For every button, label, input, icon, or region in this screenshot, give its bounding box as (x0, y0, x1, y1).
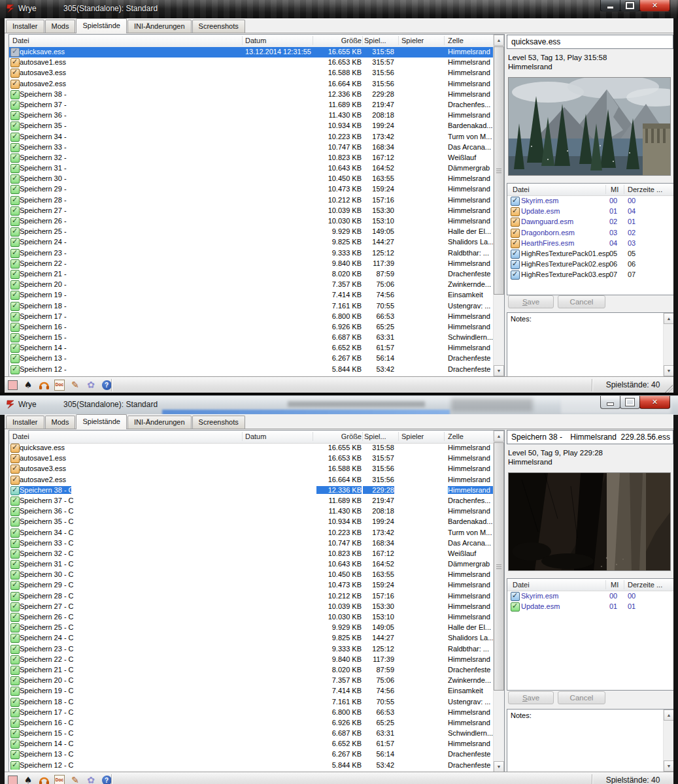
column-header-spielzeit[interactable]: Spiel... (364, 433, 386, 440)
tab-mods[interactable]: Mods (45, 20, 76, 33)
save-row[interactable]: Speichern 12 - C5.844 KB53:42Drachenfest… (9, 760, 493, 770)
save-checkbox-icon[interactable] (10, 454, 20, 463)
save-checkbox-icon[interactable] (10, 48, 20, 57)
settings-icon[interactable]: ✿ (84, 774, 97, 784)
save-row[interactable]: autosave2.ess16.664 KB315:56Himmelsrand (9, 475, 493, 485)
save-checkbox-icon[interactable] (10, 154, 20, 163)
save-checkbox-icon[interactable] (10, 465, 20, 474)
save-row[interactable]: autosave1.ess16.653 KB315:57Himmelsrand (9, 57, 493, 68)
audio-icon[interactable] (37, 774, 50, 784)
save-row[interactable]: Speichern 23 - C9.333 KB125:12Raldbthar:… (9, 644, 493, 655)
save-row[interactable]: Speichern 26 - C10.030 KB153:10Himmelsra… (9, 612, 493, 623)
save-row[interactable]: autosave1.ess16.653 KB315:57Himmelsrand (9, 453, 493, 464)
master-row[interactable]: HighResTexturePack02.esp0606 (507, 259, 673, 270)
tab-installer[interactable]: Installer (6, 20, 44, 33)
master-row[interactable]: Dragonborn.esm0302 (507, 228, 673, 238)
master-checkbox-icon[interactable] (511, 197, 520, 206)
save-row[interactable]: autosave3.ess16.588 KB315:56Himmelsrand (9, 464, 493, 474)
save-row[interactable]: Speichern 19 -7.414 KB74:56Einsamkeit (9, 290, 493, 301)
scroll-thumb[interactable] (494, 442, 504, 691)
masters-column-datei[interactable]: Datei (513, 581, 530, 589)
save-checkbox-icon[interactable] (10, 69, 20, 78)
save-checkbox-icon[interactable] (10, 666, 20, 675)
save-row[interactable]: Speichern 25 - C9.929 KB149:05Halle der … (9, 623, 493, 633)
save-checkbox-icon[interactable] (10, 676, 20, 685)
scroll-down-icon[interactable]: ▼ (494, 365, 504, 376)
save-checkbox-icon[interactable] (10, 592, 20, 601)
edit-icon[interactable]: ✎ (69, 379, 82, 391)
save-checkbox-icon[interactable] (10, 444, 20, 453)
save-checkbox-icon[interactable] (10, 333, 20, 342)
save-row[interactable]: Speichern 27 - C10.039 KB153:30Himmelsra… (9, 602, 493, 612)
column-header-datei[interactable]: Datei (12, 433, 29, 440)
masters-column-mi[interactable]: MI (611, 186, 619, 193)
master-checkbox-icon[interactable] (511, 602, 520, 612)
notes-scrollbar[interactable]: ▲ ▼ (663, 710, 673, 772)
save-checkbox-icon[interactable] (10, 719, 20, 728)
tab-mods[interactable]: Mods (45, 416, 76, 429)
save-checkbox-icon[interactable] (10, 708, 20, 717)
mod-checkbox-icon[interactable] (6, 379, 19, 391)
save-row[interactable]: Speichern 34 -10.223 KB173:42Turm von M.… (9, 132, 493, 142)
save-row[interactable]: Speichern 21 -8.020 KB87:59Drachenfeste (9, 269, 493, 280)
save-row[interactable]: Speichern 32 - C10.823 KB167:12Weißlauf (9, 549, 493, 559)
save-row[interactable]: quicksave.ess16.655 KB315:58Himmelsrand (9, 443, 493, 453)
save-checkbox-icon[interactable] (10, 90, 20, 99)
save-row[interactable]: Speichern 17 -6.800 KB66:53Himmelsrand (9, 312, 493, 322)
obse-icon[interactable]: ♠ (22, 774, 35, 784)
master-row[interactable]: Skyrim.esm0000 (507, 591, 673, 602)
save-row[interactable]: Speichern 12 -5.844 KB53:42Drachenfeste (9, 365, 493, 375)
save-row[interactable]: Speichern 31 -10.643 KB164:52Dämmergrab (9, 163, 493, 174)
save-row[interactable]: Speichern 31 - C10.643 KB164:52Dämmergra… (9, 559, 493, 570)
save-row[interactable]: Speichern 23 -9.333 KB125:12Raldbthar: .… (9, 248, 493, 259)
save-row[interactable]: Speichern 16 - C6.926 KB65:25Himmelsrand (9, 718, 493, 728)
save-checkbox-icon[interactable] (10, 133, 20, 142)
save-row[interactable]: Speichern 33 - C10.747 KB168:34Das Arcan… (9, 538, 493, 549)
save-checkbox-icon[interactable] (10, 570, 20, 580)
tab-spielst-nde[interactable]: Spielstände (76, 414, 127, 429)
save-row[interactable]: Speichern 24 -9.825 KB144:27Shalidors La… (9, 237, 493, 248)
save-row[interactable]: Speichern 30 - C10.450 KB163:55Himmelsra… (9, 570, 493, 580)
save-checkbox-icon[interactable] (10, 740, 20, 749)
save-row[interactable]: autosave2.ess16.664 KB315:56Himmelsrand (9, 79, 493, 90)
save-checkbox-icon[interactable] (10, 476, 20, 485)
save-row[interactable]: Speichern 14 -6.652 KB61:57Himmelsrand (9, 343, 493, 353)
saves-list-header[interactable]: Datei Datum Größe Spiel... Spieler Zelle (9, 431, 504, 444)
edit-icon[interactable]: ✎ (69, 774, 82, 784)
save-row[interactable]: Speichern 13 -6.267 KB56:14Drachenfeste (9, 353, 493, 364)
save-filename-field[interactable]: quicksave.ess (507, 35, 673, 49)
tab-spielst-nde[interactable]: Spielstände (76, 18, 127, 33)
master-row[interactable]: Skyrim.esm0000 (507, 196, 673, 206)
column-header-datum[interactable]: Datum (245, 37, 266, 44)
resize-grip[interactable] (665, 385, 673, 393)
save-checkbox-icon[interactable] (10, 217, 20, 226)
masters-column-derzeit[interactable]: Derzeite ... (628, 581, 671, 589)
close-button[interactable]: ✕ (639, 396, 670, 409)
save-checkbox-icon[interactable] (10, 302, 20, 311)
scroll-up-icon[interactable]: ▲ (494, 431, 504, 442)
masters-header[interactable]: Datei MI Derzeite ... (507, 579, 673, 591)
save-row[interactable]: Speichern 15 - C6.687 KB63:31Schwindlern… (9, 728, 493, 739)
save-checkbox-icon[interactable] (10, 58, 20, 67)
save-row[interactable]: Speichern 16 -6.926 KB65:25Himmelsrand (9, 322, 493, 333)
scroll-up-icon[interactable]: ▲ (664, 710, 673, 721)
minimize-button[interactable] (600, 396, 620, 409)
mod-checkbox-icon[interactable] (6, 774, 19, 784)
save-checkbox-icon[interactable] (10, 143, 20, 152)
doc-icon[interactable]: Doc (53, 774, 66, 784)
save-row[interactable]: Speichern 17 - C6.800 KB66:53Himmelsrand (9, 708, 493, 718)
save-checkbox-icon[interactable] (10, 729, 20, 738)
save-row[interactable]: Speichern 38 -12.336 KB229:28Himmelsrand (9, 90, 493, 100)
title-bar[interactable]: Wrye 305(Standalone): Standard ✕ (0, 0, 678, 18)
save-button[interactable]: Save (508, 295, 554, 308)
save-checkbox-icon[interactable] (10, 507, 20, 516)
tab-ini-nderungen[interactable]: INI-Änderungen (127, 20, 192, 33)
save-row[interactable]: Speichern 35 -10.934 KB199:24Bardenakad.… (9, 121, 493, 131)
master-checkbox-icon[interactable] (511, 250, 520, 259)
save-row[interactable]: quicksave.ess13.12.2014 12:31:5516.655 K… (9, 47, 493, 57)
save-checkbox-icon[interactable] (10, 613, 20, 622)
column-header-groesse[interactable]: Größe (316, 433, 362, 440)
scroll-up-icon[interactable]: ▲ (664, 313, 673, 324)
maximize-button[interactable] (620, 396, 640, 409)
save-checkbox-icon[interactable] (10, 539, 20, 548)
